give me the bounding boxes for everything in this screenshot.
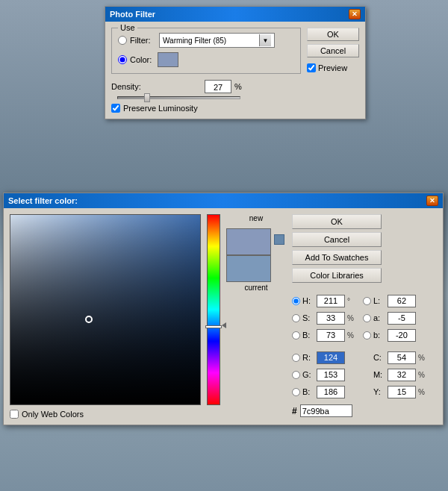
- color-inputs: H: ° S: % B: %: [292, 293, 437, 417]
- filter-radio-label: Filter:: [130, 36, 156, 45]
- photo-filter-titlebar: Photo Filter ✕: [105, 7, 365, 22]
- color-radio[interactable]: [118, 55, 127, 64]
- l-radio[interactable]: [363, 297, 371, 305]
- g2-label: B:: [302, 387, 314, 396]
- h-radio[interactable]: [292, 297, 300, 305]
- dropdown-arrow-icon[interactable]: ▼: [259, 34, 271, 46]
- h-row: H: °: [292, 293, 354, 308]
- hsb-rgb-column: H: ° S: % B: %: [292, 293, 354, 417]
- r-row: R:: [292, 350, 354, 365]
- pf-ok-button[interactable]: OK: [307, 28, 359, 41]
- swatch-icon: [274, 234, 284, 245]
- m-unit: %: [418, 371, 425, 379]
- color-swatch-preview[interactable]: [158, 52, 178, 67]
- current-label: current: [226, 284, 286, 292]
- c-input[interactable]: [388, 351, 416, 364]
- hex-input[interactable]: [300, 404, 352, 417]
- pf-cancel-button[interactable]: Cancel: [307, 44, 359, 57]
- new-color-swatch[interactable]: [226, 228, 271, 255]
- s-unit: %: [347, 314, 354, 322]
- cp-right-panel: OK Cancel Add To Swatches Color Librarie…: [292, 214, 437, 419]
- b2-input-row: b:: [363, 328, 425, 343]
- density-label: Density:: [111, 82, 160, 91]
- b-row: B: %: [292, 328, 354, 343]
- l-row: L:: [363, 293, 425, 308]
- preview-swatches: [226, 228, 286, 282]
- l-input[interactable]: [388, 295, 416, 307]
- preserve-row: Preserve Luminosity: [111, 104, 301, 113]
- r-label: R:: [302, 353, 314, 362]
- b-unit: %: [347, 331, 354, 340]
- density-slider-track[interactable]: [117, 96, 240, 99]
- g-input[interactable]: [317, 369, 345, 381]
- r-input[interactable]: [317, 351, 345, 364]
- y-input[interactable]: [388, 386, 416, 398]
- hex-row: #: [292, 404, 354, 417]
- b2-label: b:: [373, 331, 385, 340]
- filter-dropdown[interactable]: Warming Filter (85) ▼: [159, 33, 275, 48]
- color-libraries-button[interactable]: Color Libraries: [292, 268, 382, 283]
- a-label: a:: [373, 313, 385, 322]
- g2-radio[interactable]: [292, 388, 300, 396]
- s-label: S:: [302, 313, 314, 322]
- s-radio[interactable]: [292, 314, 300, 322]
- a-radio[interactable]: [363, 314, 371, 322]
- filter-radio-row: Filter: Warming Filter (85) ▼: [118, 33, 294, 48]
- hue-cursor: [205, 325, 222, 328]
- c-row: C: %: [363, 350, 425, 365]
- preserve-checkbox[interactable]: [111, 104, 120, 113]
- y-row: Y: %: [363, 384, 425, 399]
- g-label: G:: [302, 370, 314, 379]
- b2-input[interactable]: [388, 329, 416, 342]
- preview-section: new current: [226, 214, 286, 419]
- m-row: M: %: [363, 367, 425, 382]
- web-colors-row: Only Web Colors: [10, 410, 201, 419]
- g2-input[interactable]: [317, 386, 345, 398]
- s-row: S: %: [292, 310, 354, 325]
- cp-cancel-button[interactable]: Cancel: [292, 232, 382, 247]
- color-radio-label: Color:: [130, 55, 152, 64]
- a-input[interactable]: [388, 312, 416, 325]
- hex-hash: #: [292, 406, 297, 416]
- b-input[interactable]: [317, 329, 345, 342]
- use-groupbox: Use Filter: Warming Filter (85) ▼ Color:: [111, 28, 301, 74]
- photo-filter-body: Use Filter: Warming Filter (85) ▼ Color:: [105, 22, 365, 119]
- photo-filter-close-button[interactable]: ✕: [349, 9, 361, 19]
- photo-filter-dialog: Photo Filter ✕ Use Filter: Warming Filte…: [105, 6, 366, 119]
- a-row: a:: [363, 310, 425, 325]
- b2-radio[interactable]: [363, 331, 371, 340]
- s-input[interactable]: [317, 312, 345, 325]
- c-label: C:: [373, 353, 385, 362]
- h-label: H:: [302, 296, 314, 305]
- filter-radio[interactable]: [118, 36, 127, 45]
- cp-ok-button[interactable]: OK: [292, 214, 382, 229]
- b-radio[interactable]: [292, 331, 300, 340]
- use-group-label: Use: [118, 23, 137, 32]
- density-slider-thumb[interactable]: [144, 93, 150, 102]
- color-gradient-picker[interactable]: [10, 214, 201, 405]
- preview-checkbox[interactable]: [307, 63, 316, 72]
- gradient-cursor: [85, 316, 93, 323]
- y-label: Y:: [373, 387, 385, 396]
- hue-strip[interactable]: [207, 214, 220, 405]
- color-picker-titlebar: Select filter color: ✕: [4, 193, 443, 208]
- pf-buttons: OK Cancel Preview: [307, 28, 359, 113]
- c-unit: %: [418, 354, 425, 362]
- h-input[interactable]: [317, 295, 345, 307]
- current-color-swatch[interactable]: [226, 255, 271, 282]
- g-radio[interactable]: [292, 371, 300, 379]
- hue-strip-container: [207, 214, 220, 419]
- g-row: G:: [292, 367, 354, 382]
- color-picker-close-button[interactable]: ✕: [426, 196, 438, 206]
- color-picker-body: Only Web Colors new current: [4, 208, 443, 425]
- l-label: L:: [373, 296, 385, 305]
- density-value[interactable]: 27: [205, 80, 231, 93]
- m-input[interactable]: [388, 369, 416, 381]
- add-to-swatches-button[interactable]: Add To Swatches: [292, 250, 382, 265]
- color-picker-title: Select filter color:: [8, 196, 78, 205]
- lab-cmyk-column: L: a: b:: [363, 293, 425, 417]
- preview-label: Preview: [318, 63, 347, 72]
- web-colors-label: Only Web Colors: [22, 410, 84, 419]
- web-colors-checkbox[interactable]: [10, 410, 19, 419]
- r-radio[interactable]: [292, 354, 300, 362]
